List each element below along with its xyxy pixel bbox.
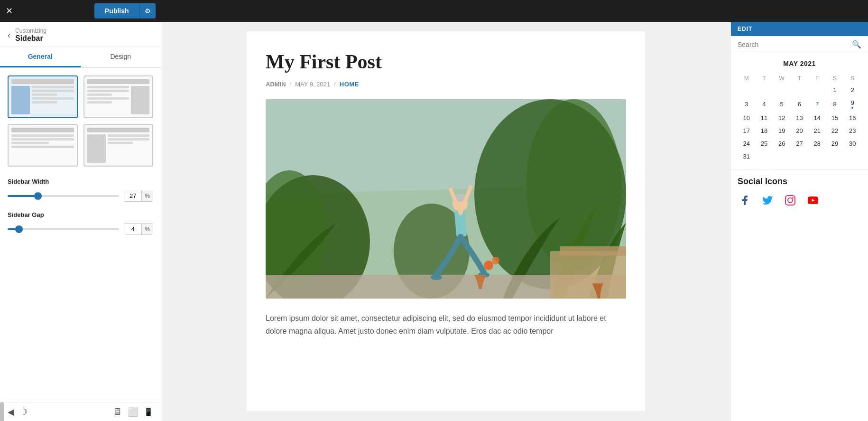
- sidebar-width-track[interactable]: [8, 195, 119, 197]
- sidebar-title: Sidebar: [15, 34, 46, 43]
- cal-day: 21: [808, 124, 826, 137]
- cal-header-s2: S: [844, 73, 861, 84]
- cal-day: 10: [738, 112, 755, 124]
- cal-day: 6: [791, 96, 808, 112]
- cal-day: 5: [773, 96, 791, 112]
- cal-day: 16: [844, 112, 861, 124]
- layout-option-3[interactable]: [8, 124, 78, 167]
- layout-option-1[interactable]: [8, 75, 78, 118]
- mobile-preview-button[interactable]: 📱: [144, 406, 153, 417]
- cal-week-5: 24 25 26 27 28 29 30: [738, 137, 861, 150]
- widget-sidebar: EDIT 🔍 MAY 2021 M T W T F S S: [730, 22, 868, 421]
- cal-day: 11: [755, 112, 773, 124]
- search-input[interactable]: [738, 41, 848, 48]
- cal-day: 19: [773, 124, 791, 137]
- instagram-icon[interactable]: [783, 193, 797, 207]
- tablet-preview-button[interactable]: ⬜: [128, 406, 138, 417]
- desktop-preview-button[interactable]: 🖥: [112, 406, 122, 417]
- cal-day: 20: [791, 124, 808, 137]
- cal-day: 22: [826, 124, 843, 137]
- cal-day: 9: [844, 96, 861, 112]
- layout-option-4[interactable]: [83, 124, 154, 167]
- dark-mode-button[interactable]: ☽: [20, 407, 28, 417]
- sidebar-width-fill: [8, 195, 38, 197]
- search-icon[interactable]: 🔍: [852, 40, 861, 49]
- cal-day: [791, 84, 808, 96]
- edit-bar[interactable]: EDIT: [731, 22, 868, 36]
- youtube-icon[interactable]: [806, 193, 820, 207]
- sidebar-gap-input[interactable]: [124, 224, 141, 234]
- cal-day: 18: [755, 124, 773, 137]
- cal-day: 7: [808, 96, 826, 112]
- post-meta: ADMIN / MAY 9, 2021 / HOME: [266, 81, 626, 88]
- svg-rect-17: [550, 251, 626, 299]
- twitter-icon[interactable]: [760, 193, 775, 207]
- breadcrumb: Customizing: [15, 28, 46, 34]
- meta-sep-2: /: [334, 81, 336, 88]
- cal-day: 29: [826, 137, 843, 150]
- cal-day: 3: [738, 96, 755, 112]
- post-author: ADMIN: [266, 81, 286, 88]
- preview-area: My First Post ADMIN / MAY 9, 2021 / HOME: [161, 22, 730, 421]
- close-button[interactable]: ✕: [6, 7, 13, 15]
- cal-day: [791, 150, 808, 163]
- publish-group: Publish ⚙: [94, 3, 156, 19]
- cal-week-3: 10 11 12 13 14 15 16: [738, 112, 861, 124]
- publish-button[interactable]: Publish: [94, 3, 139, 19]
- sidebar-content: Sidebar Width % Sidebar Gap: [0, 68, 161, 402]
- post-title: My First Post: [266, 50, 626, 73]
- social-widget: Social Icons: [731, 169, 868, 214]
- cal-day: [755, 150, 773, 163]
- publish-settings-button[interactable]: ⚙: [139, 3, 156, 19]
- cal-header-t1: T: [755, 73, 773, 84]
- sidebar-width-input[interactable]: [124, 190, 141, 201]
- sidebar-gap-control: %: [8, 223, 153, 235]
- cal-day: [844, 150, 861, 163]
- facebook-icon[interactable]: [738, 193, 752, 207]
- sidebar-gap-thumb[interactable]: [15, 225, 23, 233]
- layout-grid: [8, 75, 153, 167]
- cal-day: 8: [826, 96, 843, 112]
- device-preview-icons: 🖥 ⬜ 📱: [112, 406, 153, 417]
- svg-rect-19: [785, 196, 795, 205]
- back-button[interactable]: ‹: [8, 30, 10, 40]
- cal-day: 30: [844, 137, 861, 150]
- layout-option-2[interactable]: [83, 75, 154, 118]
- cal-day: 31: [738, 150, 755, 163]
- post-excerpt: Lorem ipsum dolor sit amet, consectetur …: [266, 312, 626, 337]
- svg-point-21: [792, 197, 794, 198]
- bottom-left-icons: ◀ ☽: [8, 407, 28, 417]
- sidebar-gap-track[interactable]: [8, 228, 119, 230]
- preview-content: My First Post ADMIN / MAY 9, 2021 / HOME: [247, 31, 645, 411]
- sidebar-tabs: General Design: [0, 47, 161, 68]
- top-bar: ✕ Publish ⚙: [0, 0, 868, 22]
- cal-week-6: 31: [738, 150, 861, 163]
- calendar-title: MAY 2021: [738, 60, 861, 67]
- cal-day: [826, 150, 843, 163]
- meta-sep-1: /: [290, 81, 292, 88]
- sidebar-gap-label: Sidebar Gap: [8, 211, 153, 218]
- svg-point-15: [431, 274, 442, 280]
- cal-day: 15: [826, 112, 843, 124]
- cal-day-link[interactable]: 7: [815, 101, 819, 108]
- cal-day: 26: [773, 137, 791, 150]
- cal-header-t2: T: [791, 73, 808, 84]
- sidebar-header: ‹ Customizing Sidebar: [0, 22, 161, 47]
- post-category[interactable]: HOME: [340, 81, 359, 88]
- cal-day: 14: [808, 112, 826, 124]
- svg-point-8: [484, 261, 493, 270]
- back-nav-button[interactable]: ◀: [8, 407, 14, 417]
- cal-day: [755, 84, 773, 96]
- sidebar-gap-unit: %: [141, 224, 153, 234]
- calendar-table: M T W T F S S: [738, 73, 861, 163]
- svg-rect-18: [560, 246, 626, 256]
- cal-header-f: F: [808, 73, 826, 84]
- sidebar-width-thumb[interactable]: [34, 192, 42, 200]
- sidebar-scrollbar-thumb[interactable]: [0, 402, 4, 421]
- tab-general[interactable]: General: [0, 47, 81, 67]
- tab-design[interactable]: Design: [81, 47, 161, 67]
- sidebar-header-text: Customizing Sidebar: [15, 28, 46, 43]
- search-box: 🔍: [731, 36, 868, 53]
- sidebar-bottom-toolbar: ◀ ☽ 🖥 ⬜ 📱: [0, 402, 161, 421]
- cal-week-1: 1 2: [738, 84, 861, 96]
